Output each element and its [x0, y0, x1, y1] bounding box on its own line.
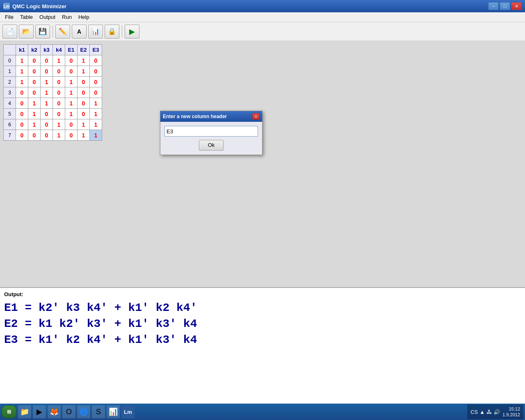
title-bar-left: Lm QMC Logic Minimizer: [3, 3, 66, 9]
edit-button[interactable]: ✏️: [55, 25, 70, 39]
clock-time: 15:12: [502, 406, 520, 412]
save-button[interactable]: 💾: [35, 25, 50, 39]
output-line-2: E2 = k1 k2' k3' + k1' k3' k4: [4, 316, 521, 332]
open-button[interactable]: 📂: [19, 25, 34, 39]
table-add-button[interactable]: 📊: [88, 25, 103, 39]
column-header-input[interactable]: [164, 126, 258, 137]
title-bar-text: QMC Logic Minimizer: [12, 3, 66, 9]
toolbar-separator-1: [52, 25, 53, 38]
minimize-button[interactable]: −: [488, 2, 499, 10]
menu-run[interactable]: Run: [59, 13, 75, 21]
dialog-close-button[interactable]: ×: [252, 113, 260, 120]
taskbar-app[interactable]: Lm: [121, 405, 135, 418]
taskbar: ⊞ 📁 ▶ 🦊 O 🌀 S 📊 Lm CS ▲ 🖧 🔊 15:12 1.9.20…: [0, 404, 525, 420]
network-icon: 🖧: [486, 409, 492, 415]
taskbar-excel[interactable]: 📊: [107, 405, 120, 418]
font-button[interactable]: A: [72, 25, 87, 39]
menu-help[interactable]: Help: [75, 13, 93, 21]
close-button[interactable]: ✕: [511, 2, 522, 10]
dialog-title-bar: Enter a new column header ×: [160, 111, 262, 122]
taskbar-opera[interactable]: O: [62, 405, 75, 418]
menu-file[interactable]: File: [2, 13, 17, 21]
toolbar-separator-2: [122, 25, 122, 38]
title-bar: Lm QMC Logic Minimizer − □ ✕: [0, 0, 525, 12]
start-button[interactable]: ⊞: [2, 405, 16, 418]
speaker-icon: 🔊: [493, 409, 500, 415]
dialog-title: Enter a new column header: [163, 114, 227, 119]
clock: 15:12 1.9.2012: [502, 406, 520, 418]
taskbar-explorer[interactable]: 📁: [18, 405, 31, 418]
menu-bar: File Table Output Run Help: [0, 12, 525, 22]
output-line-3: E3 = k1' k2 k4' + k1' k3' k4: [4, 332, 521, 348]
taskbar-skype[interactable]: S: [92, 405, 105, 418]
clock-date: 1.9.2012: [502, 412, 520, 418]
title-bar-controls: − □ ✕: [488, 2, 522, 10]
run-button[interactable]: ▶: [125, 25, 139, 39]
app-icon: Lm: [3, 3, 10, 9]
locale-indicator: CS: [470, 409, 478, 415]
output-area: Output: E1 = k2' k3 k4' + k1' k2 k4' E2 …: [0, 287, 525, 420]
new-button[interactable]: 📄: [2, 25, 17, 39]
dialog-ok-button[interactable]: Ok: [199, 140, 224, 151]
taskbar-left: ⊞ 📁 ▶ 🦊 O 🌀 S 📊 Lm: [2, 405, 135, 418]
taskbar-right: CS ▲ 🖧 🔊 15:12 1.9.2012: [467, 404, 523, 419]
modal-overlay: Enter a new column header × Ok: [0, 41, 525, 287]
system-tray: CS ▲ 🖧 🔊: [470, 409, 500, 415]
output-line-1: E1 = k2' k3 k4' + k1' k2 k4': [4, 300, 521, 316]
main-area: k1 k2 k3 k4 E1 E2 E3 0100101011000010210…: [0, 41, 525, 287]
restore-button[interactable]: □: [500, 2, 510, 10]
taskbar-browser2[interactable]: 🌀: [77, 405, 90, 418]
menu-table[interactable]: Table: [17, 13, 36, 21]
menu-output[interactable]: Output: [36, 13, 59, 21]
lock-button[interactable]: 🔒: [105, 25, 119, 39]
taskbar-media[interactable]: ▶: [33, 405, 46, 418]
output-label: Output:: [4, 291, 521, 297]
taskbar-firefox[interactable]: 🦊: [48, 405, 61, 418]
output-text: E1 = k2' k3 k4' + k1' k2 k4' E2 = k1 k2'…: [4, 300, 521, 348]
dialog-body: Ok: [160, 122, 262, 155]
toolbar: 📄 📂 💾 ✏️ A 📊 🔒 ▶: [0, 22, 525, 41]
arrow-up-icon: ▲: [479, 409, 485, 415]
dialog: Enter a new column header × Ok: [160, 111, 262, 155]
start-icon: ⊞: [7, 409, 11, 415]
